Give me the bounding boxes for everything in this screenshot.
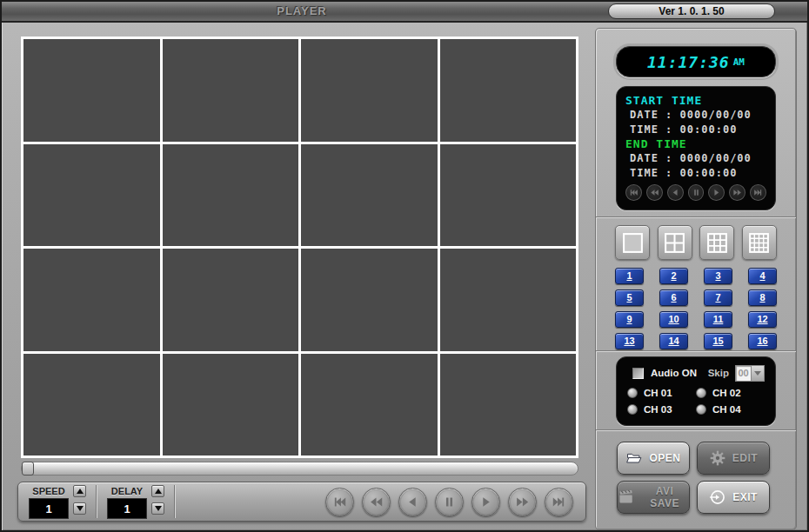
delay-up-button[interactable] xyxy=(151,485,164,497)
channel-button-9[interactable]: 9 xyxy=(615,311,644,328)
video-cell[interactable] xyxy=(23,144,160,247)
channel-button-1[interactable]: 1 xyxy=(615,268,644,284)
mini-rewind-button[interactable] xyxy=(646,184,663,201)
speed-down-button[interactable] xyxy=(73,502,86,515)
audio-on-label: Audio ON xyxy=(651,368,697,378)
channel-button-2[interactable]: 2 xyxy=(659,268,688,284)
video-cell[interactable] xyxy=(163,249,299,351)
skip-label: Skip xyxy=(708,368,729,378)
rewind-button[interactable] xyxy=(362,488,391,516)
audio-section: Audio ON Skip 00 CH 01 CH 02 CH 03 CH 04 xyxy=(596,350,796,429)
channel-button-6[interactable]: 6 xyxy=(659,289,688,306)
video-cell[interactable] xyxy=(301,144,438,247)
edit-button[interactable]: EDIT xyxy=(697,442,770,475)
speed-label: SPEED xyxy=(29,486,69,496)
radio-ch01[interactable]: CH 01 xyxy=(627,388,696,398)
pause-button[interactable] xyxy=(435,488,464,516)
avi-save-button[interactable]: AVI SAVE xyxy=(617,481,690,514)
skip-to-start-button[interactable] xyxy=(325,488,354,516)
transport-controls xyxy=(325,488,573,516)
pause-icon xyxy=(442,495,457,509)
video-cell[interactable] xyxy=(163,354,299,456)
play-button[interactable] xyxy=(471,488,500,516)
skip-to-start-icon xyxy=(332,495,347,509)
exit-button[interactable]: EXIT xyxy=(697,481,770,514)
time-info-panel: START TIME DATE : 0000/00/00 TIME : 00:0… xyxy=(616,86,776,210)
down-arrow-icon xyxy=(77,506,84,511)
channel-buttons: 1 2 3 4 5 6 7 8 9 10 11 12 13 14 15 16 xyxy=(615,268,777,349)
video-cell[interactable] xyxy=(23,249,160,351)
divider xyxy=(174,485,176,518)
mini-play-button[interactable] xyxy=(708,184,725,201)
chevron-down-icon xyxy=(754,371,761,376)
radio-ch03-label: CH 03 xyxy=(644,404,672,415)
end-date-row: DATE : 0000/00/00 xyxy=(625,151,766,166)
delay-down-button[interactable] xyxy=(151,502,164,515)
channel-button-10[interactable]: 10 xyxy=(659,311,688,328)
single-view-button[interactable] xyxy=(615,225,650,260)
step-back-icon xyxy=(405,495,420,509)
rewind-icon xyxy=(369,495,384,509)
channel-radio-group: CH 01 CH 02 CH 03 CH 04 xyxy=(627,388,765,415)
channel-button-16[interactable]: 16 xyxy=(748,333,777,349)
fast-forward-button[interactable] xyxy=(508,488,537,516)
sixteen-view-button[interactable] xyxy=(742,225,777,260)
video-cell[interactable] xyxy=(163,39,299,142)
open-folder-icon xyxy=(625,449,643,467)
video-cell[interactable] xyxy=(440,144,577,247)
mini-step-back-button[interactable] xyxy=(667,184,684,201)
radio-ch02[interactable]: CH 02 xyxy=(696,388,765,398)
radio-ch04[interactable]: CH 04 xyxy=(696,404,765,415)
single-view-icon xyxy=(621,231,645,255)
avi-save-label: AVI SAVE xyxy=(640,485,689,509)
mini-fast-forward-button[interactable] xyxy=(729,184,745,201)
video-cell[interactable] xyxy=(440,39,577,142)
channel-button-5[interactable]: 5 xyxy=(615,289,644,306)
mini-pause-button[interactable] xyxy=(688,184,705,201)
nine-view-button[interactable] xyxy=(699,225,734,260)
delay-label: DELAY xyxy=(107,486,147,496)
video-cell[interactable] xyxy=(163,144,299,247)
channel-button-14[interactable]: 14 xyxy=(659,333,688,349)
end-time-row: TIME : 00:00:00 xyxy=(625,166,766,181)
version-badge: Ver 1. 0. 1. 50 xyxy=(608,3,775,19)
channel-button-7[interactable]: 7 xyxy=(704,289,732,306)
skip-to-end-button[interactable] xyxy=(545,488,573,516)
video-cell[interactable] xyxy=(440,249,577,351)
video-cell[interactable] xyxy=(301,249,438,351)
quad-view-button[interactable] xyxy=(658,225,692,260)
clock-time: 11:17:36 xyxy=(647,53,730,71)
channel-button-15[interactable]: 15 xyxy=(704,333,732,349)
channel-button-13[interactable]: 13 xyxy=(615,333,644,349)
radio-ch03[interactable]: CH 03 xyxy=(627,404,696,415)
audio-on-checkbox[interactable] xyxy=(632,368,644,379)
rewind-icon xyxy=(650,188,659,197)
radio-icon xyxy=(696,388,706,398)
seek-thumb[interactable] xyxy=(22,462,34,475)
radio-ch01-label: CH 01 xyxy=(644,388,672,398)
video-cell[interactable] xyxy=(440,354,577,456)
dropdown-arrow-button[interactable] xyxy=(751,366,764,381)
clapperboard-icon xyxy=(618,489,634,506)
end-time-title: END TIME xyxy=(625,137,766,151)
channel-button-12[interactable]: 12 xyxy=(748,311,777,328)
channel-button-8[interactable]: 8 xyxy=(748,289,777,306)
open-button[interactable]: OPEN xyxy=(617,442,690,475)
video-cell[interactable] xyxy=(23,39,160,142)
video-cell[interactable] xyxy=(301,39,438,142)
right-panel: 11:17:36 AM START TIME DATE : 0000/00/00… xyxy=(595,28,797,530)
speed-up-button[interactable] xyxy=(73,485,86,497)
mini-skip-to-start-button[interactable] xyxy=(625,184,642,201)
fast-forward-icon xyxy=(732,188,742,197)
step-back-button[interactable] xyxy=(398,488,427,516)
channel-button-11[interactable]: 11 xyxy=(704,311,732,328)
video-cell[interactable] xyxy=(23,354,160,456)
video-cell[interactable] xyxy=(301,354,438,456)
seek-bar[interactable] xyxy=(21,462,578,475)
skip-dropdown[interactable]: 00 xyxy=(735,365,765,382)
delay-value: 1 xyxy=(107,498,147,519)
channel-button-3[interactable]: 3 xyxy=(704,268,732,284)
channel-button-4[interactable]: 4 xyxy=(748,268,777,284)
skip-value: 00 xyxy=(736,366,751,381)
mini-skip-to-end-button[interactable] xyxy=(750,184,766,201)
